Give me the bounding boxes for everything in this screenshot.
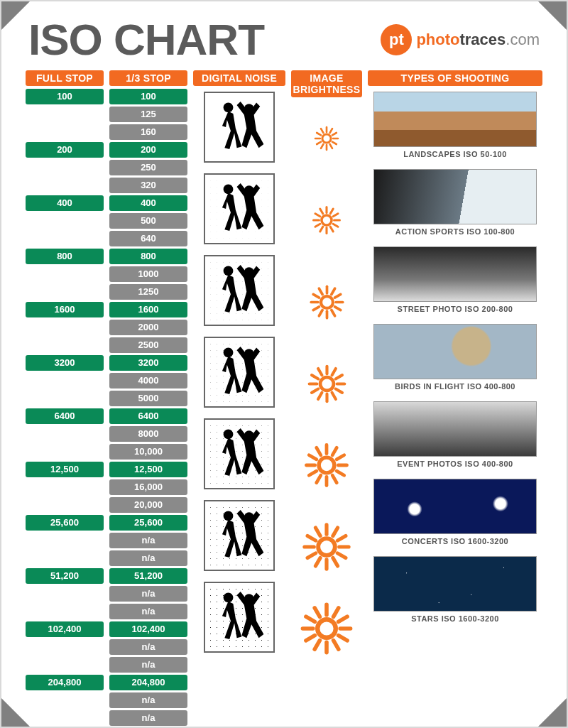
- full-stop-cell: 25,600: [26, 515, 104, 531]
- svg-point-6: [224, 348, 234, 358]
- svg-line-22: [317, 133, 321, 135]
- svg-point-10: [224, 511, 234, 521]
- spacer: [26, 497, 104, 513]
- spacer: [26, 213, 104, 229]
- spacer: [26, 231, 104, 246]
- svg-point-66: [319, 457, 334, 473]
- spacer: [26, 586, 104, 602]
- shooting-type-caption: EVENT PHOTOS ISO 400-800: [397, 460, 513, 468]
- full-stop-cell: 12,500: [26, 462, 104, 477]
- svg-line-58: [318, 392, 322, 398]
- svg-line-91: [337, 536, 346, 540]
- svg-line-69: [332, 475, 337, 483]
- svg-point-14: [322, 134, 331, 143]
- third-stop-cell: n/a: [109, 692, 187, 708]
- svg-line-42: [334, 306, 340, 310]
- shooting-type-caption: STREET PHOTO ISO 200-800: [398, 305, 513, 313]
- brightness-sun-icon: [298, 185, 355, 256]
- svg-line-104: [339, 616, 347, 621]
- svg-line-84: [315, 558, 320, 566]
- svg-point-27: [322, 215, 332, 225]
- svg-line-74: [309, 455, 317, 460]
- third-stop-cell: 1600: [109, 302, 187, 317]
- third-stop-cell: 51,200: [109, 568, 187, 584]
- digital-noise-tile: [204, 500, 275, 571]
- svg-line-30: [330, 227, 333, 232]
- svg-line-16: [332, 142, 337, 144]
- third-stop-cell: 2000: [109, 320, 187, 335]
- svg-line-72: [309, 471, 317, 475]
- digital-noise-tile: [204, 337, 275, 408]
- full-stop-cell: 800: [26, 249, 104, 264]
- full-stop-cell: 200: [26, 142, 104, 158]
- column-types-of-shooting: TYPES OF SHOOTING LANDSCAPES ISO 50-100A…: [368, 70, 542, 728]
- spacer: [26, 479, 104, 495]
- svg-line-19: [321, 144, 323, 148]
- third-stop-cell: 320: [109, 178, 187, 193]
- svg-line-25: [330, 129, 332, 133]
- svg-line-97: [315, 641, 320, 649]
- third-stop-cell: 20,000: [109, 497, 187, 513]
- shooting-type-tile: BIRDS IN FLIGHT ISO 400-800: [373, 324, 537, 391]
- third-stop-cell: 3200: [109, 355, 187, 371]
- third-stop-cell: n/a: [109, 639, 187, 655]
- spacer: [26, 604, 104, 619]
- iso-chart-page: ISO CHART pt phototraces.com FULL STOP 1…: [0, 0, 568, 728]
- svg-line-88: [315, 528, 320, 536]
- header-digital-noise: DIGITAL NOISE: [193, 70, 285, 86]
- spacer: [26, 373, 104, 389]
- svg-line-95: [334, 641, 339, 649]
- svg-line-61: [312, 375, 318, 379]
- svg-line-52: [334, 294, 340, 298]
- full-stop-cell: 6400: [26, 408, 104, 424]
- svg-line-26: [332, 133, 337, 135]
- brand-logo: pt phototraces.com: [381, 24, 540, 55]
- column-image-brightness: IMAGE BRIGHTNESS: [291, 70, 362, 728]
- shooting-type-image: [373, 324, 537, 379]
- brightness-sun-icon: [298, 266, 355, 337]
- third-stop-cell: 640: [109, 231, 187, 246]
- full-stop-cell: 1600: [26, 302, 104, 317]
- third-stop-cell: n/a: [109, 657, 187, 673]
- spacer: [26, 107, 104, 122]
- shooting-type-tile: ACTION SPORTS ISO 100-800: [373, 169, 537, 236]
- spacer: [26, 550, 104, 566]
- svg-line-103: [334, 608, 339, 616]
- shooting-type-image: [373, 92, 537, 147]
- third-stop-cell: 2500: [109, 337, 187, 353]
- header-image-brightness: IMAGE BRIGHTNESS: [291, 70, 362, 97]
- header: ISO CHART pt phototraces.com: [1, 1, 567, 70]
- svg-line-33: [315, 224, 320, 227]
- svg-line-48: [313, 294, 319, 298]
- spacer: [26, 284, 104, 300]
- digital-noise-tile: [204, 173, 275, 244]
- shooting-type-caption: BIRDS IN FLIGHT ISO 400-800: [395, 382, 515, 391]
- spacer: [26, 337, 104, 353]
- third-stop-cell: 5000: [109, 391, 187, 406]
- digital-noise-tile: [204, 92, 275, 163]
- shooting-type-image: [373, 401, 537, 457]
- svg-line-98: [306, 636, 315, 641]
- svg-line-35: [315, 214, 320, 217]
- shooting-type-caption: CONCERTS ISO 1600-3200: [402, 537, 508, 545]
- third-stop-cell: 204,800: [109, 675, 187, 690]
- svg-line-64: [332, 369, 335, 375]
- svg-line-101: [315, 608, 320, 616]
- svg-point-53: [320, 377, 334, 391]
- shooting-type-image: [373, 556, 537, 612]
- brand-text-com: .com: [506, 31, 540, 48]
- svg-line-17: [330, 144, 332, 148]
- svg-line-32: [320, 227, 323, 232]
- shooting-type-image: [373, 479, 537, 534]
- third-stop-cell: 250: [109, 160, 187, 175]
- svg-line-81: [337, 553, 346, 558]
- svg-line-29: [333, 224, 338, 227]
- brightness-sun-icon: [298, 593, 355, 664]
- shooting-type-tile: CONCERTS ISO 1600-3200: [373, 479, 537, 545]
- header-types-of-shooting: TYPES OF SHOOTING: [368, 70, 542, 86]
- spacer: [26, 320, 104, 335]
- shooting-type-tile: EVENT PHOTOS ISO 400-800: [373, 401, 537, 468]
- brightness-sun-icon: [298, 430, 355, 501]
- spacer: [26, 639, 104, 655]
- column-third-stop: 1/3 STOP 1001251602002503204005006408001…: [109, 70, 187, 728]
